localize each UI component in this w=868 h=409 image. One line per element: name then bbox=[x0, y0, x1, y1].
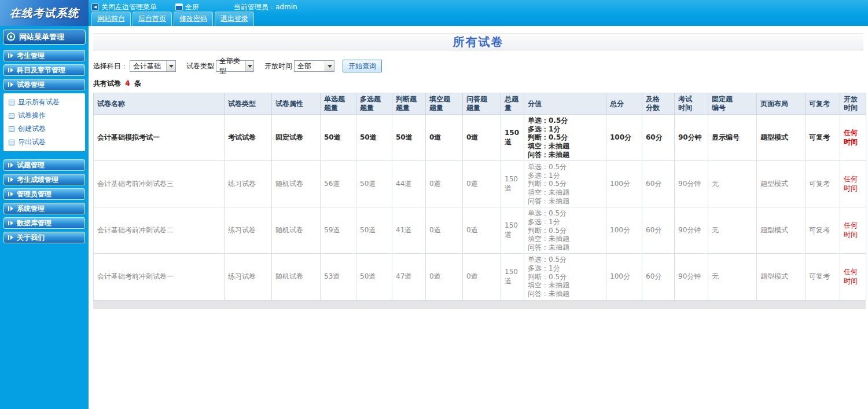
cell-fill-count: 0道 bbox=[426, 161, 463, 207]
submenu-item-create-paper[interactable]: 创建试卷 bbox=[3, 122, 85, 136]
fullscreen-button[interactable]: 全屏 bbox=[175, 2, 199, 12]
tab-change-password[interactable]: 修改密码 bbox=[174, 12, 213, 26]
header-tabs: 网站前台 后台首页 修改密码 退出登录 bbox=[91, 13, 254, 26]
tab-site-front[interactable]: 网站前台 bbox=[91, 12, 131, 26]
table-footer-strip bbox=[93, 301, 866, 309]
cell-layout: 题型模式 bbox=[757, 254, 806, 300]
close-left-menu-button[interactable]: ◀ 关闭左边管理菜单 bbox=[91, 2, 157, 12]
tab-logout[interactable]: 退出登录 bbox=[215, 12, 254, 26]
cell-qa-count: 0道 bbox=[463, 115, 501, 161]
cell-judge-count: 50道 bbox=[392, 115, 426, 161]
cell-qa-count: 0道 bbox=[463, 254, 501, 300]
sidebar-item-examinee-mgmt[interactable]: 考生管理 bbox=[3, 50, 85, 61]
cell-pass-score: 60分 bbox=[642, 254, 675, 300]
table-row: 会计基础考前冲刺试卷一 练习试卷 随机试卷 53道 50道 47道 0道 0道 … bbox=[94, 254, 866, 300]
sidebar-item-score-mgmt[interactable]: 考生成绩管理 bbox=[3, 174, 85, 185]
header-actions: ◀ 关闭左边管理菜单 全屏 当前管理员：admin bbox=[91, 2, 297, 12]
paper-type-select[interactable]: 全部类型 bbox=[216, 60, 254, 72]
column-header: 多选题 题量 bbox=[356, 93, 392, 115]
column-header: 开放时间 bbox=[840, 93, 866, 115]
column-header: 试卷名称 bbox=[94, 93, 225, 115]
subject-select[interactable]: 会计基础 bbox=[130, 60, 176, 72]
column-header: 固定题 编号 bbox=[708, 93, 757, 115]
cell-total-score: 100分 bbox=[606, 254, 642, 300]
submenu-item-paper-operations[interactable]: 试卷操作 bbox=[3, 109, 85, 122]
cell-paper-attr: 随机试卷 bbox=[272, 207, 321, 254]
cell-total-count: 150道 bbox=[501, 254, 524, 300]
query-button[interactable]: 开始查询 bbox=[343, 60, 382, 72]
column-header: 考试 时间 bbox=[675, 93, 708, 115]
menu-arrow-icon bbox=[8, 192, 13, 196]
sidebar-item-subject-chapter-mgmt[interactable]: 科目及章节管理 bbox=[3, 64, 85, 76]
list-icon bbox=[9, 113, 14, 119]
cell-layout: 题型模式 bbox=[757, 115, 806, 161]
sidebar-item-paper-mgmt[interactable]: 试卷管理 bbox=[3, 79, 85, 90]
cell-fixed-number: 无 bbox=[708, 207, 757, 254]
current-admin-label: 当前管理员：admin bbox=[234, 2, 297, 12]
submenu-item-label: 试卷操作 bbox=[18, 111, 46, 120]
count-suffix: 条 bbox=[134, 79, 141, 87]
cell-score-detail: 单选：0.5分 多选：1分 判断：0.5分 填空：未抽题 问答：未抽题 bbox=[524, 254, 606, 300]
open-time-select[interactable]: 全部 bbox=[294, 60, 334, 72]
sidebar-item-label: 系统管理 bbox=[17, 204, 45, 214]
collapse-left-icon: ◀ bbox=[91, 3, 99, 11]
sidebar-item-database-mgmt[interactable]: 数据库管理 bbox=[3, 217, 85, 229]
cell-open-time: 任何时间 bbox=[840, 161, 866, 207]
cell-fill-count: 0道 bbox=[426, 115, 463, 161]
sidebar-item-label: 关于我们 bbox=[17, 233, 45, 243]
type-filter-label: 试卷类型 bbox=[186, 61, 214, 71]
cell-single-count: 56道 bbox=[321, 161, 356, 207]
list-icon bbox=[9, 140, 14, 145]
cell-layout: 题型模式 bbox=[757, 207, 806, 254]
cell-duration: 90分钟 bbox=[675, 254, 708, 300]
sidebar-item-question-mgmt[interactable]: 试题管理 bbox=[3, 159, 85, 171]
sidebar-item-about-us[interactable]: 关于我们 bbox=[3, 232, 85, 243]
column-header: 问答题 题量 bbox=[463, 93, 501, 115]
chevron-down-icon bbox=[166, 61, 175, 71]
sidebar: 网站菜单管理 考生管理 科目及章节管理 试卷管理 显示所有试卷 试卷操作 创建试… bbox=[0, 26, 89, 409]
column-header: 及格 分数 bbox=[642, 93, 675, 115]
sidebar-item-admin-mgmt[interactable]: 管理员管理 bbox=[3, 188, 85, 200]
menu-arrow-icon bbox=[8, 53, 13, 58]
submenu-item-show-all-papers[interactable]: 显示所有试卷 bbox=[3, 96, 85, 109]
filter-bar: 选择科目： 会计基础 试卷类型 全部类型 开放时间 全部 开始查询 bbox=[93, 60, 863, 72]
papers-table: 试卷名称 试卷类型 试卷属性 单选题 题量 多选题 题量 判断题 题量 填空题 … bbox=[93, 93, 866, 301]
cell-open-time: 任何时间 bbox=[840, 115, 866, 161]
cell-duration: 90分钟 bbox=[675, 161, 708, 207]
cell-paper-type: 考试试卷 bbox=[225, 115, 272, 161]
cell-multi-count: 50道 bbox=[356, 161, 392, 207]
cell-fill-count: 0道 bbox=[426, 254, 463, 300]
result-count: 共有试卷 4 条 bbox=[93, 79, 863, 89]
cell-total-score: 100分 bbox=[606, 115, 642, 161]
column-header: 分值 bbox=[524, 93, 606, 115]
cell-fill-count: 0道 bbox=[426, 207, 463, 254]
cell-qa-count: 0道 bbox=[463, 161, 501, 207]
submenu-item-label: 创建试卷 bbox=[18, 124, 46, 134]
sidebar-item-label: 试卷管理 bbox=[17, 80, 45, 90]
table-row: 会计基础考前冲刺试卷二 练习试卷 随机试卷 59道 50道 41道 0道 0道 … bbox=[94, 207, 866, 254]
cell-paper-name: 会计基础考前冲刺试卷一 bbox=[94, 254, 225, 300]
subject-select-value: 会计基础 bbox=[133, 61, 161, 71]
cell-pass-score: 60分 bbox=[642, 161, 675, 207]
cell-retake: 可复考 bbox=[806, 207, 840, 254]
menu-arrow-icon bbox=[8, 68, 13, 72]
fullscreen-icon bbox=[175, 3, 183, 10]
cell-paper-type: 练习试卷 bbox=[225, 254, 272, 300]
cell-single-count: 53道 bbox=[321, 254, 356, 300]
table-row: 会计基础考前冲刺试卷三 练习试卷 随机试卷 56道 50道 44道 0道 0道 … bbox=[94, 161, 866, 207]
column-header: 填空题 题量 bbox=[426, 93, 463, 115]
cell-multi-count: 50道 bbox=[356, 115, 392, 161]
count-prefix: 共有试卷 bbox=[93, 79, 121, 87]
open-time-select-value: 全部 bbox=[297, 61, 311, 71]
submenu-item-label: 显示所有试卷 bbox=[18, 97, 60, 107]
submenu-item-export-paper[interactable]: 导出试卷 bbox=[3, 136, 85, 149]
cell-score-detail: 单选：0.5分 多选：1分 判断：0.5分 填空：未抽题 问答：未抽题 bbox=[524, 161, 606, 207]
sidebar-item-system-mgmt[interactable]: 系统管理 bbox=[3, 203, 85, 214]
column-header: 页面布局 bbox=[757, 93, 806, 115]
globe-icon bbox=[6, 32, 16, 42]
cell-multi-count: 50道 bbox=[356, 207, 392, 254]
cell-total-score: 100分 bbox=[606, 161, 642, 207]
tab-backend-home[interactable]: 后台首页 bbox=[133, 12, 172, 26]
menu-arrow-icon bbox=[8, 82, 13, 87]
time-filter-label: 开放时间 bbox=[264, 61, 292, 71]
